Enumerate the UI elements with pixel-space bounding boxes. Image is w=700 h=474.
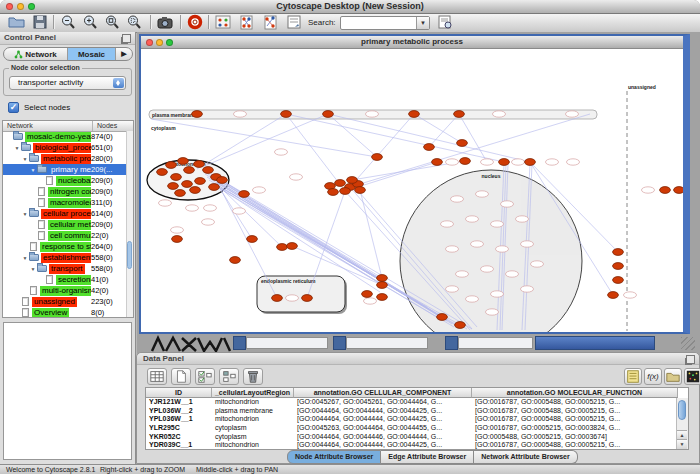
disclosure-arrow-icon[interactable]: ▼ [21,156,29,162]
tree-row[interactable]: nucleobase-209(0) [3,175,127,186]
graph-node[interactable] [166,162,177,169]
notes-icon[interactable] [624,368,642,385]
tree-row[interactable]: cell communicat22(0) [3,230,127,241]
tab-edge-attribute-browser[interactable]: Edge Attribute Browser [381,450,474,464]
graph-node[interactable] [172,236,183,243]
graph-node[interactable] [217,177,228,184]
graph-node[interactable] [377,294,388,301]
graph-node[interactable] [660,187,671,194]
graph-node[interactable] [281,111,292,118]
network-canvas[interactable]: plasma membranecytoplasmmitochondrionnuc… [141,49,683,332]
graph-node[interactable] [377,275,388,282]
search-input[interactable] [342,17,416,29]
select-nodes-checkbox[interactable] [8,102,19,113]
graph-node[interactable] [377,282,388,289]
background-window-fragment[interactable] [233,336,246,350]
graph-node[interactable] [372,154,383,161]
layout-edges-icon[interactable] [261,14,279,30]
graph-node[interactable] [424,144,435,151]
search-box[interactable]: ▼ [340,16,430,30]
zoom-out-icon[interactable] [60,14,78,30]
tree-row[interactable]: ▼primary metabo209(... [3,164,127,175]
tab-mosaic[interactable]: Mosaic [68,48,116,60]
graph-node[interactable] [355,187,366,194]
graph-node[interactable] [184,167,195,174]
tree-header-nodes[interactable]: Nodes [97,122,117,129]
column-header[interactable]: annotation.GO CELLULAR_COMPONENT [294,388,472,398]
help-lifering-icon[interactable] [186,14,204,30]
disclosure-arrow-icon[interactable]: ▼ [29,167,37,173]
column-header[interactable]: _cellularLayoutRegion [212,388,294,398]
graph-node[interactable] [499,159,510,166]
graph-node[interactable] [168,183,179,190]
node-color-dropdown[interactable]: transporter activity [9,76,126,90]
graph-node[interactable] [362,291,373,298]
disclosure-arrow-icon[interactable]: ▼ [13,145,21,151]
graph-node[interactable] [323,111,334,118]
graph-node[interactable] [335,180,346,187]
snapshot-camera-icon[interactable] [156,14,174,30]
tree-row[interactable]: multi-organism pro42(0) [3,285,127,296]
graph-node[interactable] [437,314,448,321]
delete-attribute-trash-icon[interactable] [243,368,263,385]
graph-node[interactable] [192,111,203,118]
function-builder-icon[interactable]: f(x) [644,368,662,385]
graph-node[interactable] [195,178,206,185]
graph-node[interactable] [230,257,241,264]
background-window-thumbnail[interactable] [458,337,533,349]
graph-node[interactable] [613,277,624,284]
tree-row[interactable]: ▼metabolic process280(0) [3,153,127,164]
table-row[interactable]: YDR039C__1mitochondrion[GO:0044464, GO:0… [146,441,678,450]
table-scrollbar[interactable]: ▲ ▼ [676,398,688,449]
graph-node[interactable] [347,177,358,184]
column-header[interactable]: annotation.GO MOLECULAR_FUNCTION [472,388,678,398]
resize-grip-icon[interactable] [681,337,695,350]
graph-node[interactable] [302,295,313,302]
disclosure-arrow-icon[interactable]: ▼ [29,266,37,272]
zoom-fit-icon[interactable] [104,14,122,30]
disclosure-arrow-icon[interactable]: ▼ [21,255,29,261]
table-scrollbar-thumb[interactable] [678,400,686,420]
background-window-thumbnail[interactable] [246,337,328,349]
annotation-icon[interactable] [285,14,303,30]
graph-node[interactable] [340,188,351,195]
tree-row[interactable]: ▼biological_process651(0) [3,142,127,153]
graph-node[interactable] [674,187,683,194]
graph-node[interactable] [203,167,214,174]
open-file-icon[interactable] [8,14,26,30]
graph-node[interactable] [239,191,250,198]
background-window-titlebar-fragment[interactable] [535,336,655,350]
unselect-attributes-icon[interactable] [219,368,239,385]
graph-node[interactable] [328,189,339,196]
tree-row[interactable]: ▼cellular process614(0) [3,208,127,219]
graph-node[interactable] [457,140,468,147]
graph-node[interactable] [247,236,258,243]
graph-node[interactable] [409,111,420,118]
tree-row[interactable]: nitrogen compo209(0) [3,186,127,197]
graph-node[interactable] [608,292,619,299]
tree-row[interactable]: response to stimulu264(0) [3,241,127,252]
graph-node[interactable] [277,244,288,251]
import-attributes-folder-icon[interactable] [664,368,682,385]
tree-row[interactable]: cellular metabol209(0) [3,219,127,230]
graph-node[interactable] [175,190,186,197]
advanced-search-icon[interactable] [436,14,454,30]
graph-node[interactable] [272,295,283,302]
table-row[interactable]: YPL036W__2plasma membrane[GO:0044464, GO… [146,407,678,416]
tree-row[interactable]: ▼establishment of lo558(0) [3,252,127,263]
zoom-in-icon[interactable] [82,14,100,30]
graph-node[interactable] [287,243,298,250]
search-dropdown-arrow[interactable]: ▼ [416,17,429,29]
float-panel-icon[interactable] [686,355,695,364]
matrix-icon[interactable] [684,368,700,385]
graph-node[interactable] [432,159,443,166]
graph-node[interactable] [182,181,193,188]
tab-node-attribute-browser[interactable]: Node Attribute Browser [287,450,381,464]
table-row[interactable]: YPL036W__1mitochondrion[GO:0044464, GO:0… [146,415,678,424]
scroll-down-button[interactable]: ▼ [677,439,687,449]
new-attribute-icon[interactable] [171,368,191,385]
graph-node[interactable] [455,322,466,329]
graph-node[interactable] [525,159,536,166]
table-row[interactable]: YLR295Ccytoplasm[GO:0045263, GO:0044464,… [146,424,678,433]
table-row[interactable]: YJR121W__1mitochondrion[GO:0045267, GO:0… [146,398,678,407]
